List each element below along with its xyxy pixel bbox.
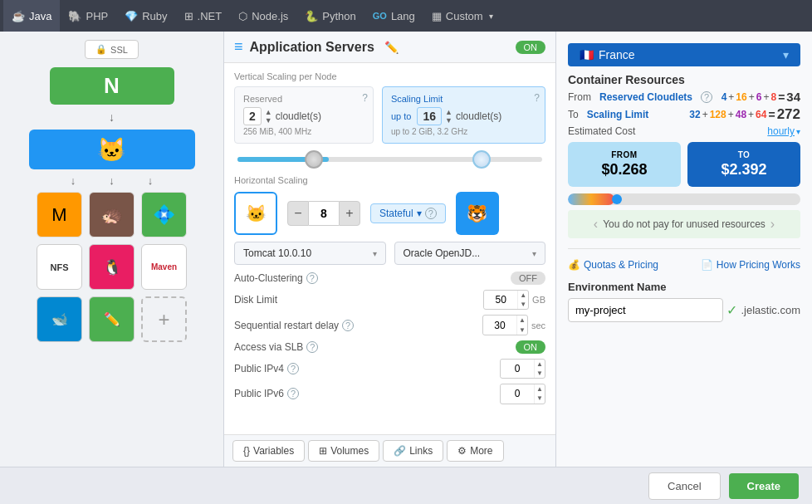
nav-java[interactable]: ☕ Java	[3, 0, 60, 32]
ipv4-help[interactable]: ?	[287, 363, 299, 374]
count-increase-button[interactable]: +	[339, 201, 360, 226]
oracle-version-select[interactable]: Oracle OpenJD... ▾	[394, 242, 546, 265]
pen-node[interactable]: ✏️	[89, 296, 135, 342]
access-slb-toggle[interactable]: ON	[516, 340, 546, 354]
ubuntu-icon: 🐧	[103, 258, 121, 276]
ipv4-input[interactable]: ▲ ▼	[500, 359, 545, 379]
slider-thumb-scaling[interactable]	[472, 150, 491, 169]
arrows-row: ↓↓↓	[71, 174, 154, 187]
mongo-node[interactable]: M	[37, 192, 82, 237]
ipv6-down-icon[interactable]: ▼	[536, 394, 543, 403]
tomcat-chevron: ▾	[373, 249, 377, 258]
sequential-restart-spinners[interactable]: ▲ ▼	[516, 316, 527, 334]
count-decrease-button[interactable]: −	[287, 201, 309, 226]
service-row: NFS 🐧 Maven	[37, 244, 187, 290]
squirrel-icon: 🦔	[100, 204, 123, 226]
from-num-4: 8	[770, 91, 776, 103]
slider-thumb-reserved[interactable]	[305, 150, 323, 169]
reserved-cloudlets-label: Reserved Cloudlets	[599, 91, 692, 103]
access-slb-help[interactable]: ?	[306, 341, 318, 353]
region-chevron: ▾	[783, 48, 789, 61]
scaling-limit-cloudlet-row: up to 16 ▲▼ cloudlet(s)	[391, 107, 536, 125]
disk-limit-input[interactable]: ▲ ▼	[483, 290, 529, 310]
disk-limit-spinners[interactable]: ▲ ▼	[517, 291, 528, 309]
cost-slider-thumb[interactable]	[612, 194, 622, 204]
volumes-button[interactable]: ⊞ Volumes	[308, 440, 379, 462]
nav-nodejs[interactable]: ⬡ Node.js	[230, 0, 296, 32]
region-selector[interactable]: 🇫🇷 France ▾	[568, 43, 800, 66]
nav-lang[interactable]: GO Lang	[364, 0, 423, 32]
nav-php[interactable]: 🐘 PHP	[60, 0, 116, 32]
stateful-label: Stateful	[379, 208, 413, 219]
quotas-label: Quotas & Pricing	[584, 259, 658, 271]
how-pricing-link[interactable]: 📄 How Pricing Works	[701, 259, 800, 271]
scaling-limit-spinners[interactable]: ▲▼	[445, 108, 452, 125]
stateful-help-icon[interactable]: ?	[425, 208, 437, 219]
nav-net[interactable]: ⊞ .NET	[176, 0, 231, 32]
nfs-node[interactable]: NFS	[37, 244, 82, 290]
sequential-restart-input[interactable]: ▲ ▼	[482, 315, 528, 335]
links-button[interactable]: 🔗 Links	[383, 440, 443, 462]
cost-slider[interactable]	[568, 193, 800, 205]
to-price-value: $2.392	[697, 161, 790, 179]
edit-icon[interactable]: ✏️	[384, 41, 399, 54]
ipv4-value[interactable]	[501, 360, 534, 377]
ipv6-value[interactable]	[501, 385, 534, 402]
env-check-icon: ✓	[726, 302, 737, 318]
quotas-pricing-link[interactable]: 💰 Quotas & Pricing	[568, 259, 658, 271]
hourly-selector[interactable]: hourly ▾	[767, 125, 800, 137]
ipv6-input[interactable]: ▲ ▼	[500, 384, 545, 404]
wildcat-emoji: 🐯	[467, 203, 487, 223]
docker-node[interactable]: 🐋	[37, 296, 82, 342]
seq-up-icon[interactable]: ▲	[519, 316, 526, 325]
nodejs-icon: ⬡	[238, 10, 247, 22]
squirrel-node[interactable]: 🦔	[89, 192, 135, 237]
nginx-node[interactable]: N	[50, 67, 174, 105]
reserved-value: 2	[243, 107, 262, 125]
auto-clustering-help[interactable]: ?	[306, 272, 318, 284]
nav-ruby[interactable]: 💎 Ruby	[116, 0, 175, 32]
ubuntu-node[interactable]: 🐧	[89, 244, 135, 290]
from-total: 34	[786, 90, 800, 104]
env-name-input[interactable]	[568, 298, 723, 322]
create-button[interactable]: Create	[729, 473, 799, 499]
tomcat-node-selected[interactable]: 🐱	[29, 130, 195, 169]
sequential-restart-value[interactable]	[483, 317, 516, 334]
more-button[interactable]: ⚙ More	[447, 440, 503, 462]
scaling-slider[interactable]	[234, 157, 545, 162]
stateful-arrow: ▾	[417, 208, 422, 219]
add-node-button[interactable]: +	[141, 296, 187, 342]
stateful-button[interactable]: Stateful ▾ ?	[370, 203, 446, 223]
horizontal-scaling-section: Horizontal Scaling 🐱 − 8 + Stateful ▾ ?	[234, 175, 545, 235]
tomcat-version-select[interactable]: Tomcat 10.0.10 ▾	[234, 242, 386, 265]
ipv4-control: ▲ ▼	[500, 359, 545, 379]
disk-up-icon[interactable]: ▲	[520, 291, 526, 300]
auto-clustering-toggle[interactable]: OFF	[511, 272, 545, 285]
more-icon: ⚙	[457, 445, 467, 457]
reserved-spinners[interactable]: ▲▼	[265, 108, 272, 125]
ipv4-spinners[interactable]: ▲ ▼	[534, 360, 545, 378]
ipv4-down-icon[interactable]: ▼	[536, 369, 543, 378]
sequential-restart-help[interactable]: ?	[342, 320, 354, 331]
ipv6-spinners[interactable]: ▲ ▼	[534, 384, 545, 403]
unused-resources-box[interactable]: ‹ You do not pay for unused resources ›	[568, 210, 800, 238]
nav-python[interactable]: 🐍 Python	[296, 0, 364, 32]
to-nums: 32 + 128 + 48 + 64 = 272	[689, 106, 800, 123]
ipv6-help[interactable]: ?	[287, 388, 299, 399]
ipv4-up-icon[interactable]: ▲	[536, 360, 543, 369]
header-toggle[interactable]: ON	[516, 41, 546, 54]
seq-down-icon[interactable]: ▼	[519, 325, 526, 335]
nav-custom[interactable]: ▦ Custom ▾	[423, 0, 501, 32]
dropwizard-node[interactable]: 💠	[141, 192, 187, 237]
cancel-button[interactable]: Cancel	[648, 472, 720, 500]
reserved-cloudlet-row: 2 ▲▼ cloudlet(s)	[243, 107, 364, 125]
ipv6-up-icon[interactable]: ▲	[536, 384, 543, 394]
reserved-cloudlets-help[interactable]: ?	[701, 91, 712, 103]
maven-node[interactable]: Maven	[141, 244, 187, 290]
reserved-help-icon[interactable]: ?	[362, 92, 368, 104]
mid-header: ≡ Application Servers ✏️ ON	[224, 32, 555, 63]
disk-limit-value[interactable]	[484, 291, 517, 308]
disk-down-icon[interactable]: ▼	[520, 300, 526, 309]
scaling-limit-help-icon[interactable]: ?	[534, 92, 540, 104]
variables-button[interactable]: {} Variables	[232, 440, 305, 462]
